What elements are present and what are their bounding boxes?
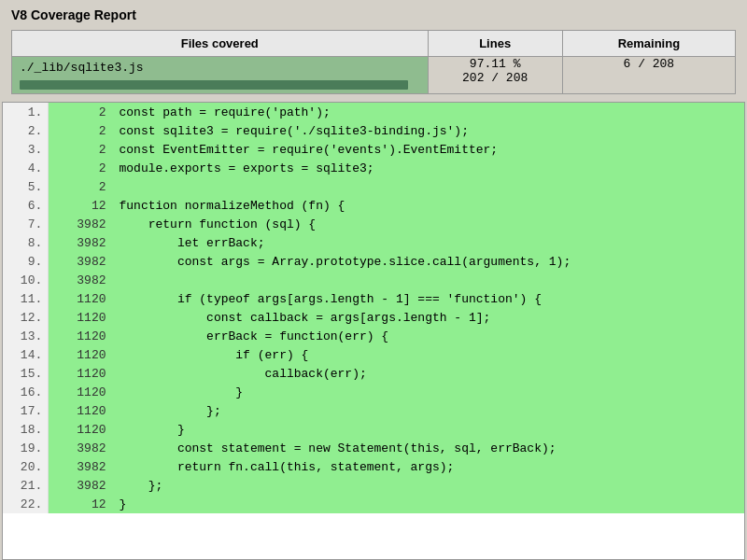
code-content: module.exports = exports = sqlite3;	[112, 159, 744, 177]
code-row: 21.3982 };	[3, 476, 744, 495]
hit-count: 2	[49, 177, 112, 196]
hit-count: 2	[49, 103, 112, 121]
hit-count: 3982	[49, 439, 112, 457]
line-number: 14.	[3, 345, 49, 364]
window: V8 Coverage Report Files covered Lines R…	[0, 0, 747, 560]
line-number: 9.	[3, 252, 49, 271]
code-content: errBack = function(err) {	[112, 327, 744, 345]
code-row: 13.1120 errBack = function(err) {	[3, 327, 744, 345]
code-scroll[interactable]: 1.2const path = require('path');2.2const…	[3, 103, 744, 559]
hit-count: 12	[49, 196, 112, 215]
hit-count: 3982	[49, 215, 112, 233]
line-number: 4.	[3, 159, 49, 177]
code-content: const EventEmitter = require('events').E…	[112, 140, 744, 159]
code-content: const sqlite3 = require('./sqlite3-bindi…	[112, 121, 744, 140]
line-number: 7.	[3, 215, 49, 233]
lines-cell: 97.11 % 202 / 208	[428, 57, 562, 94]
code-row: 7.3982 return function (sql) {	[3, 215, 744, 233]
code-table: 1.2const path = require('path');2.2const…	[3, 103, 744, 513]
hit-count: 1120	[49, 289, 112, 308]
line-number: 13.	[3, 327, 49, 345]
code-content: if (err) {	[112, 345, 744, 364]
remaining-cell: 6 / 208	[562, 57, 735, 94]
code-area[interactable]: 1.2const path = require('path');2.2const…	[2, 102, 745, 560]
table-row: ./_lib/sqlite3.js 97.11 % 202 / 208 6 / …	[12, 57, 736, 94]
line-number: 10.	[3, 271, 49, 289]
code-content: };	[112, 401, 744, 420]
code-row: 20.3982 return fn.call(this, statement, …	[3, 457, 744, 476]
code-content: };	[112, 476, 744, 495]
line-number: 18.	[3, 420, 49, 439]
hit-count: 1120	[49, 364, 112, 383]
col-header-lines: Lines	[428, 31, 562, 57]
line-number: 17.	[3, 401, 49, 420]
progress-container	[12, 78, 428, 93]
hit-count: 2	[49, 121, 112, 140]
progress-bar	[20, 80, 408, 90]
hit-count: 2	[49, 159, 112, 177]
code-row: 2.2const sqlite3 = require('./sqlite3-bi…	[3, 121, 744, 140]
line-number: 22.	[3, 495, 49, 513]
hit-count: 2	[49, 140, 112, 159]
code-content: let errBack;	[112, 233, 744, 252]
hit-count: 12	[49, 495, 112, 513]
line-number: 11.	[3, 289, 49, 308]
hit-count: 3982	[49, 233, 112, 252]
code-content: const callback = args[args.length - 1];	[112, 308, 744, 327]
line-number: 6.	[3, 196, 49, 215]
page-title: V8 Coverage Report	[11, 7, 136, 22]
line-number: 19.	[3, 439, 49, 457]
code-content: }	[112, 383, 744, 401]
code-row: 15.1120 callback(err);	[3, 364, 744, 383]
code-content	[112, 271, 744, 289]
col-header-files: Files covered	[12, 31, 429, 57]
code-row: 12.1120 const callback = args[args.lengt…	[3, 308, 744, 327]
code-row: 17.1120 };	[3, 401, 744, 420]
hit-count: 1120	[49, 327, 112, 345]
code-row: 22.12}	[3, 495, 744, 513]
code-row: 19.3982 const statement = new Statement(…	[3, 439, 744, 457]
code-row: 9.3982 const args = Array.prototype.slic…	[3, 252, 744, 271]
file-name[interactable]: ./_lib/sqlite3.js	[12, 57, 428, 78]
line-number: 3.	[3, 140, 49, 159]
code-content: return function (sql) {	[112, 215, 744, 233]
hit-count: 1120	[49, 308, 112, 327]
hit-count: 1120	[49, 420, 112, 439]
line-number: 8.	[3, 233, 49, 252]
code-content: }	[112, 420, 744, 439]
hit-count: 3982	[49, 271, 112, 289]
line-number: 20.	[3, 457, 49, 476]
coverage-table: Files covered Lines Remaining ./_lib/sql…	[11, 30, 736, 94]
code-row: 4.2module.exports = exports = sqlite3;	[3, 159, 744, 177]
code-row: 3.2const EventEmitter = require('events'…	[3, 140, 744, 159]
code-content: return fn.call(this, statement, args);	[112, 457, 744, 476]
coverage-pct: 97.11 %	[429, 57, 562, 71]
line-number: 1.	[3, 103, 49, 121]
line-number: 16.	[3, 383, 49, 401]
hit-count: 1120	[49, 401, 112, 420]
hit-count: 3982	[49, 457, 112, 476]
hit-count: 1120	[49, 345, 112, 364]
code-row: 18.1120 }	[3, 420, 744, 439]
code-row: 8.3982 let errBack;	[3, 233, 744, 252]
code-content: function normalizeMethod (fn) {	[112, 196, 744, 215]
line-number: 2.	[3, 121, 49, 140]
lines-value: 202 / 208	[429, 71, 562, 85]
code-row: 6.12function normalizeMethod (fn) {	[3, 196, 744, 215]
hit-count: 1120	[49, 383, 112, 401]
code-content	[112, 177, 744, 196]
code-row: 1.2const path = require('path');	[3, 103, 744, 121]
hit-count: 3982	[49, 476, 112, 495]
code-row: 16.1120 }	[3, 383, 744, 401]
code-content: if (typeof args[args.length - 1] === 'fu…	[112, 289, 744, 308]
code-row: 5.2	[3, 177, 744, 196]
file-cell: ./_lib/sqlite3.js	[12, 57, 429, 94]
code-row: 14.1120 if (err) {	[3, 345, 744, 364]
hit-count: 3982	[49, 252, 112, 271]
code-content: const path = require('path');	[112, 103, 744, 121]
line-number: 15.	[3, 364, 49, 383]
line-number: 12.	[3, 308, 49, 327]
code-content: const statement = new Statement(this, sq…	[112, 439, 744, 457]
title-bar: V8 Coverage Report	[0, 0, 747, 30]
code-row: 11.1120 if (typeof args[args.length - 1]…	[3, 289, 744, 308]
